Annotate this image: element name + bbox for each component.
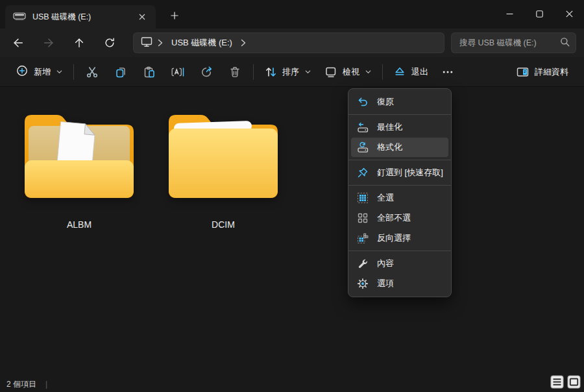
explorer-tab[interactable]: USB 磁碟機 (E:) bbox=[5, 5, 156, 29]
chevron-down-icon bbox=[304, 68, 311, 75]
paste-icon bbox=[143, 66, 156, 79]
eject-button-label: 退出 bbox=[411, 66, 428, 78]
menu-item-options[interactable]: 選項 bbox=[351, 274, 448, 293]
details-pane-label: 詳細資料 bbox=[535, 66, 568, 78]
menu-item-select-none[interactable]: 全部不選 bbox=[351, 208, 448, 228]
rename-icon bbox=[171, 66, 185, 79]
new-button-label: 新增 bbox=[34, 66, 51, 78]
undo-icon bbox=[357, 96, 369, 108]
close-window-button[interactable] bbox=[554, 0, 584, 27]
search-input[interactable] bbox=[459, 38, 559, 47]
sort-icon bbox=[264, 66, 277, 79]
properties-icon bbox=[357, 258, 369, 269]
chevron-right-icon[interactable] bbox=[241, 39, 246, 47]
menu-item-undo[interactable]: 復原 bbox=[351, 92, 448, 112]
folder-item[interactable]: ALBM bbox=[21, 105, 138, 230]
menu-item-format[interactable]: 格式化 bbox=[351, 138, 448, 157]
breadcrumb[interactable]: USB 磁碟機 (E:) bbox=[133, 32, 444, 53]
chevron-right-icon[interactable] bbox=[158, 39, 163, 47]
command-bar: 新增 排序 檢視 bbox=[0, 57, 584, 87]
details-view-toggle[interactable] bbox=[550, 374, 564, 389]
new-plus-icon bbox=[16, 64, 29, 79]
menu-divider bbox=[348, 114, 451, 115]
view-toggles bbox=[550, 374, 581, 389]
menu-item-label: 最佳化 bbox=[377, 121, 402, 133]
details-pane-icon bbox=[516, 66, 529, 79]
folder-name[interactable]: DCIM bbox=[165, 219, 282, 230]
refresh-button[interactable] bbox=[99, 32, 121, 54]
format-drive-icon bbox=[357, 141, 369, 153]
eject-button[interactable]: 退出 bbox=[387, 60, 435, 84]
delete-button[interactable] bbox=[221, 60, 249, 84]
folder-name[interactable]: ALBM bbox=[21, 219, 138, 230]
new-tab-button[interactable] bbox=[165, 6, 184, 25]
menu-item-properties[interactable]: 內容 bbox=[351, 254, 448, 273]
chevron-down-icon bbox=[56, 68, 63, 75]
view-button[interactable]: 檢視 bbox=[318, 60, 378, 84]
folder-with-document-icon bbox=[22, 105, 136, 200]
paste-button[interactable] bbox=[135, 60, 164, 84]
menu-item-select-all[interactable]: 全選 bbox=[351, 188, 448, 208]
item-count: 2 個項目 bbox=[6, 379, 36, 390]
status-bar: 2 個項目 | bbox=[0, 376, 584, 392]
toolbar-separator bbox=[73, 64, 74, 80]
menu-item-label: 選項 bbox=[377, 278, 394, 289]
window-controls bbox=[494, 0, 584, 27]
tab-close-icon[interactable] bbox=[134, 8, 151, 25]
copy-icon bbox=[114, 66, 127, 79]
cut-button[interactable] bbox=[78, 60, 106, 84]
more-options-button[interactable] bbox=[435, 60, 461, 84]
view-button-label: 檢視 bbox=[343, 66, 359, 78]
new-button[interactable]: 新增 bbox=[9, 60, 69, 84]
menu-item-label: 釘選到 [快速存取] bbox=[377, 167, 443, 178]
pin-icon bbox=[357, 167, 369, 178]
share-button[interactable] bbox=[192, 60, 221, 84]
menu-divider bbox=[348, 251, 451, 251]
toolbar-separator bbox=[253, 64, 254, 80]
file-list-area[interactable]: ALBM DCIM 復原 最佳化 bbox=[0, 87, 584, 376]
delete-icon bbox=[228, 66, 241, 79]
up-button[interactable] bbox=[68, 32, 90, 54]
folder-item[interactable]: DCIM bbox=[165, 105, 282, 230]
this-pc-icon[interactable] bbox=[140, 35, 153, 51]
menu-item-label: 全部不選 bbox=[377, 212, 411, 224]
menu-item-label: 全選 bbox=[377, 192, 394, 204]
menu-divider bbox=[348, 160, 451, 160]
breadcrumb-location[interactable]: USB 磁碟機 (E:) bbox=[171, 37, 232, 49]
thumbnail-view-toggle[interactable] bbox=[566, 374, 581, 389]
search-icon[interactable] bbox=[559, 36, 570, 50]
optimize-drive-icon bbox=[357, 121, 369, 133]
menu-item-label: 內容 bbox=[377, 258, 394, 269]
drive-icon bbox=[13, 10, 26, 23]
folder-full-icon bbox=[166, 105, 280, 200]
back-button[interactable] bbox=[7, 32, 29, 54]
menu-item-label: 反向選擇 bbox=[377, 232, 411, 244]
copy-button[interactable] bbox=[106, 60, 135, 84]
tab-title: USB 磁碟機 (E:) bbox=[32, 12, 134, 23]
details-pane-button[interactable]: 詳細資料 bbox=[509, 60, 575, 84]
share-icon bbox=[200, 66, 213, 79]
more-options-menu: 復原 最佳化 格式化 釘選到 [快速存取] 全選 bbox=[348, 88, 452, 297]
rename-button[interactable] bbox=[164, 60, 192, 84]
sort-button[interactable]: 排序 bbox=[258, 60, 318, 84]
forward-button[interactable] bbox=[38, 32, 60, 54]
menu-item-label: 格式化 bbox=[377, 141, 402, 153]
menu-item-label: 復原 bbox=[377, 96, 394, 108]
status-separator: | bbox=[45, 380, 47, 389]
select-all-icon bbox=[357, 192, 369, 204]
menu-item-invert-selection[interactable]: 反向選擇 bbox=[351, 228, 448, 248]
menu-item-optimize[interactable]: 最佳化 bbox=[351, 117, 448, 137]
toolbar-separator bbox=[382, 64, 383, 80]
file-explorer-window: USB 磁碟機 (E:) bbox=[0, 0, 584, 392]
navigation-bar: USB 磁碟機 (E:) bbox=[0, 29, 584, 57]
minimize-button[interactable] bbox=[494, 0, 524, 27]
thumbnail-view-icon bbox=[567, 375, 581, 389]
sort-button-label: 排序 bbox=[282, 66, 299, 78]
maximize-button[interactable] bbox=[524, 0, 554, 27]
search-box bbox=[451, 32, 576, 53]
menu-item-pin-to-quick-access[interactable]: 釘選到 [快速存取] bbox=[351, 163, 448, 182]
details-view-icon bbox=[550, 375, 564, 389]
view-icon bbox=[324, 66, 337, 79]
eject-icon bbox=[393, 66, 406, 79]
chevron-down-icon bbox=[365, 68, 372, 75]
